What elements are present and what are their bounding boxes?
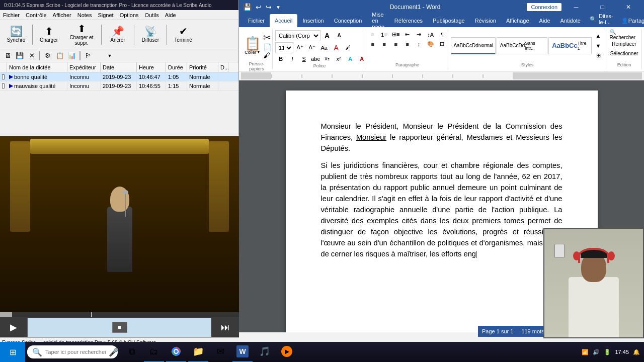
clear-format-button[interactable]: Aa (318, 43, 330, 52)
th-duration[interactable]: Durée (166, 62, 187, 72)
menu-outils[interactable]: Outils (142, 11, 162, 19)
th-date[interactable]: Date (101, 62, 137, 72)
table-row[interactable]: ▶ mauvaise qualité Inconnu 2019-09-23 10… (0, 81, 238, 90)
strikethrough-button[interactable]: abc (310, 54, 321, 63)
mail-button[interactable]: ✉ (210, 342, 230, 362)
list-number-button[interactable]: 1≡ (379, 30, 390, 39)
styles-scroll-down[interactable]: ▼ (593, 41, 604, 50)
underline-button[interactable]: S (298, 54, 309, 63)
indent-increase-button[interactable]: ⇥ (414, 30, 425, 39)
tab-insertion[interactable]: Insertion (297, 14, 329, 27)
th-name[interactable]: Nom de la dictée (7, 62, 67, 72)
table-row[interactable]: ▶ bonne qualité Inconnu 2019-09-23 10:46… (0, 72, 238, 81)
replace-button[interactable]: Remplacer (609, 40, 639, 49)
tab-fichier[interactable]: Fichier (243, 14, 270, 27)
ancrer-button[interactable]: 📌 Ancrer (104, 22, 132, 48)
show-marks-button[interactable]: ¶ (437, 30, 448, 39)
find-button[interactable]: 🔍 Rechercher (609, 30, 639, 39)
close-button[interactable]: ✕ (617, 0, 640, 14)
tb2-options3[interactable]: 📊 (66, 50, 77, 61)
tb2-close[interactable]: ✕ (26, 50, 37, 61)
menu-afficher[interactable]: Afficher (50, 11, 74, 19)
bold-button[interactable]: B (275, 54, 286, 63)
align-left-button[interactable]: ≡ (367, 40, 378, 49)
menu-options[interactable]: Options (117, 11, 142, 19)
clock[interactable]: 17:45 (615, 349, 629, 355)
font-shrink-a-button[interactable]: A (334, 31, 345, 40)
play-button[interactable]: ▶ (0, 318, 28, 337)
menu-fichier[interactable]: Fichier (0, 11, 23, 19)
styles-more[interactable]: ⊞ (593, 51, 604, 60)
shading-button[interactable]: 🎨 (425, 40, 436, 49)
media-button[interactable]: 🎵 (255, 342, 275, 362)
tb2-open[interactable]: 💾 (14, 50, 25, 61)
cut-button[interactable]: ✂ (263, 32, 271, 43)
notifications-button[interactable]: 🔔 (633, 349, 640, 355)
taskbar-search-input[interactable] (45, 349, 106, 355)
menu-notes[interactable]: Notes (74, 11, 95, 19)
tab-conception[interactable]: Conception (329, 14, 367, 27)
connexion-button[interactable]: Connexion (527, 3, 561, 11)
subscript-button[interactable]: x₂ (321, 54, 333, 63)
diffuser-button[interactable]: 📡 Diffuser (136, 22, 165, 48)
text-case-button[interactable]: A (331, 43, 342, 52)
tell-me-input[interactable]: 🔍 Dites-le-i... (586, 11, 617, 27)
battery-icon[interactable]: 🔋 (604, 349, 611, 355)
align-center-button[interactable]: ≡ (379, 40, 390, 49)
coller-button[interactable]: 📋 Coller ▼ (242, 32, 263, 59)
th-priority[interactable]: Priorité (187, 62, 218, 72)
style-sans-intr-button[interactable]: AaBbCcDd Sans intr... (497, 37, 547, 54)
quick-access-save[interactable]: 💾 (243, 3, 252, 11)
minimize-button[interactable]: ─ (565, 0, 588, 14)
font-grow-button[interactable]: A⁺ (294, 43, 305, 52)
highlight-button[interactable]: 🖌 (343, 43, 354, 52)
tb2-flag[interactable]: 🏳 (83, 50, 94, 61)
border-button[interactable]: ⊟ (437, 40, 448, 49)
align-justify-button[interactable]: ≡ (402, 40, 413, 49)
terminer-button[interactable]: ✔ Terminé (169, 22, 197, 48)
start-button[interactable]: ⊞ (0, 342, 25, 362)
list-multi-button[interactable]: ⊞≡ (390, 30, 401, 39)
text-effect-button[interactable]: A (345, 54, 356, 63)
word-taskbar-button[interactable]: W (232, 342, 253, 362)
th-time[interactable]: Heure (137, 62, 166, 72)
text-color-button[interactable]: A (356, 54, 367, 63)
align-right-button[interactable]: ≡ (390, 40, 401, 49)
tab-antidote[interactable]: Antidote (555, 14, 586, 27)
tab-references[interactable]: Références (389, 14, 428, 27)
tab-aide[interactable]: Aide (534, 14, 555, 27)
tab-affichage[interactable]: Affichage (501, 14, 534, 27)
style-normal-button[interactable]: AaBbCcDd Normal (451, 37, 495, 54)
skip-button[interactable]: ⏭ (211, 318, 239, 337)
task-view-button[interactable]: ⧉ (122, 342, 142, 362)
tb2-options1[interactable]: ⚙ (42, 50, 53, 61)
tb2-view[interactable]: ▼ (95, 50, 125, 61)
menu-controle[interactable]: Contrôle (23, 11, 50, 19)
tb2-options2[interactable]: 📋 (54, 50, 65, 61)
file-explorer-button[interactable]: 🗂 (144, 342, 164, 362)
chrome-button[interactable] (166, 342, 186, 362)
superscript-button[interactable]: x² (333, 54, 344, 63)
line-spacing-button[interactable]: ↕ (414, 40, 425, 49)
menu-signet[interactable]: Signet (95, 11, 116, 19)
menu-aide[interactable]: Aide (162, 11, 179, 19)
tb2-new[interactable]: 🖥 (2, 50, 13, 61)
tab-mise-en-page[interactable]: Mise en page (367, 14, 389, 27)
list-bullet-button[interactable]: ≡ (367, 30, 378, 39)
font-name-select[interactable]: Calibri (Corp (275, 30, 320, 41)
volume-icon[interactable]: 🔊 (593, 349, 600, 355)
taskbar-search[interactable]: 🔍 🎤 (27, 345, 118, 358)
tab-revision[interactable]: Révision (470, 14, 501, 27)
row-checkbox[interactable] (2, 83, 5, 88)
row-checkbox[interactable] (2, 74, 5, 79)
network-icon[interactable]: 📶 (582, 349, 589, 355)
explorer-button[interactable]: 📁 (188, 342, 208, 362)
quick-access-more[interactable]: ▼ (276, 5, 281, 10)
sort-button[interactable]: ↕A (425, 30, 436, 39)
font-grow-a-button[interactable]: A (321, 31, 333, 40)
italic-button[interactable]: I (287, 54, 298, 63)
stop-button[interactable]: ■ (112, 322, 127, 333)
tab-publipostage[interactable]: Publipostage (428, 14, 470, 27)
mic-icon[interactable]: 🎤 (109, 347, 119, 357)
copy-button[interactable]: 📄 (263, 43, 271, 51)
